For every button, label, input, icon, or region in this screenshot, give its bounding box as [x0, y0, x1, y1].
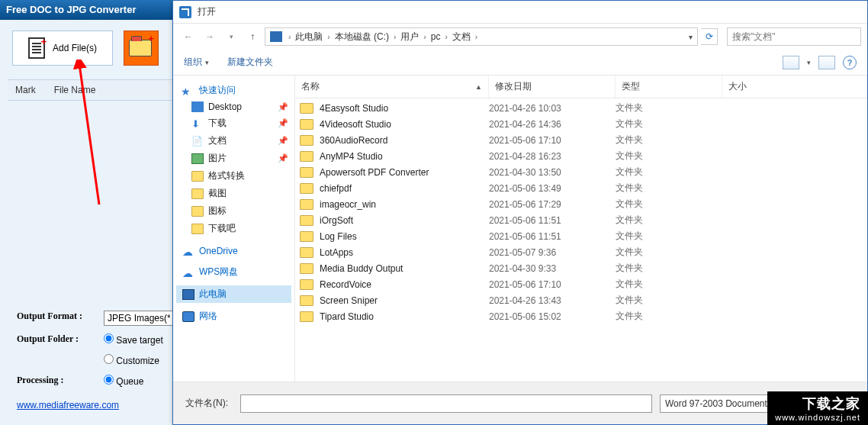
filename-input[interactable]: [240, 394, 652, 413]
folder-icon: [300, 263, 313, 274]
view-options-button[interactable]: [783, 56, 799, 69]
customize-radio[interactable]: Customize: [104, 356, 159, 366]
sort-asc-icon: ▲: [475, 83, 482, 91]
tree-network[interactable]: 网络: [176, 307, 291, 325]
breadcrumb[interactable]: › 此电脑› 本地磁盘 (C:)› 用户› pc› 文档› ▾: [265, 27, 698, 46]
folder-icon: [129, 40, 152, 56]
file-list-header[interactable]: 名称▲ 修改日期 类型 大小: [295, 76, 867, 98]
file-row[interactable]: Log Files2021-05-06 11:51文件夹: [295, 228, 867, 244]
tree-pictures[interactable]: 图片📌: [176, 150, 291, 167]
file-row[interactable]: Apowersoft PDF Converter2021-04-30 13:50…: [295, 164, 867, 180]
file-row[interactable]: imageocr_win2021-05-06 17:29文件夹: [295, 196, 867, 212]
tree-downloads[interactable]: 下载📌: [176, 114, 291, 132]
file-row[interactable]: 4Easysoft Studio2021-04-26 10:03文件夹: [295, 100, 867, 116]
folder-icon: [300, 215, 313, 226]
tree-this-pc[interactable]: 此电脑: [176, 285, 291, 303]
folder-tree[interactable]: 快速访问 Desktop📌 下载📌 文档📌 图片📌 格式转换 截图 图标 下载吧…: [173, 76, 295, 382]
help-button[interactable]: ?: [843, 56, 857, 69]
folder-icon: [300, 183, 313, 194]
save-target-radio[interactable]: Save target: [104, 335, 163, 346]
file-row[interactable]: Tipard Studio2021-05-06 15:02文件夹: [295, 308, 867, 324]
file-row[interactable]: Screen Sniper2021-04-26 13:43文件夹: [295, 292, 867, 308]
tree-folder[interactable]: 格式转换: [176, 167, 291, 185]
search-input[interactable]: [727, 27, 861, 46]
path-dropdown-icon[interactable]: ▾: [689, 33, 693, 41]
new-folder-button[interactable]: 新建文件夹: [227, 56, 273, 69]
tree-wps[interactable]: WPS网盘: [176, 263, 291, 281]
folder-icon: [300, 151, 313, 162]
tree-documents[interactable]: 文档📌: [176, 132, 291, 150]
preview-pane-button[interactable]: [818, 56, 835, 69]
nav-up-button[interactable]: ↑: [243, 27, 262, 46]
nav-back-button[interactable]: ←: [179, 27, 198, 46]
queue-radio[interactable]: Queue: [104, 376, 143, 387]
vendor-link[interactable]: www.mediafreeware.com: [17, 400, 119, 411]
file-row[interactable]: 4Videosoft Studio2021-04-26 14:36文件夹: [295, 116, 867, 132]
refresh-button[interactable]: ⟳: [701, 28, 718, 45]
folder-icon: [300, 311, 313, 322]
folder-icon: [300, 247, 313, 258]
dialog-titlebar: 打开: [173, 1, 867, 24]
file-row[interactable]: iOrgSoft2021-05-06 11:51文件夹: [295, 212, 867, 228]
file-row[interactable]: chiefpdf2021-05-06 13:49文件夹: [295, 180, 867, 196]
folder-icon: [300, 167, 313, 178]
tree-desktop[interactable]: Desktop📌: [176, 99, 291, 114]
tree-quick-access[interactable]: 快速访问: [176, 82, 291, 99]
folder-icon: [300, 103, 313, 114]
file-row[interactable]: LotApps2021-05-07 9:36文件夹: [295, 244, 867, 260]
nav-recent-button[interactable]: ▾: [222, 27, 240, 46]
output-format-select[interactable]: [104, 311, 174, 326]
file-row[interactable]: RecordVoice2021-05-06 17:10文件夹: [295, 276, 867, 292]
add-folder-button[interactable]: [124, 31, 159, 66]
tree-folder[interactable]: 截图: [176, 185, 291, 202]
nav-forward-button[interactable]: →: [201, 27, 219, 46]
file-list[interactable]: 4Easysoft Studio2021-04-26 10:03文件夹4Vide…: [295, 98, 867, 382]
folder-icon: [300, 135, 313, 146]
file-open-dialog: 打开 ← → ▾ ↑ › 此电脑› 本地磁盘 (C:)› 用户› pc› 文档›…: [172, 0, 868, 425]
folder-icon: [300, 295, 313, 306]
folder-icon: [300, 279, 313, 290]
processing-label: Processing :: [12, 372, 98, 391]
add-files-button[interactable]: + Add File(s): [12, 31, 113, 66]
file-row[interactable]: 360AudioRecord2021-05-06 17:10文件夹: [295, 132, 867, 148]
organize-menu[interactable]: 组织▾: [184, 56, 209, 69]
tree-folder[interactable]: 图标: [176, 202, 291, 220]
tree-folder[interactable]: 下载吧: [176, 220, 291, 237]
watermark: 下载之家 www.windowszj.net: [767, 391, 868, 425]
file-row[interactable]: AnyMP4 Studio2021-04-28 16:23文件夹: [295, 148, 867, 164]
file-row[interactable]: Media Buddy Output2021-04-30 9:33文件夹: [295, 260, 867, 276]
document-icon: +: [28, 37, 45, 59]
folder-icon: [300, 199, 313, 210]
output-folder-label: Output Folder :: [12, 330, 98, 349]
folder-icon: [300, 119, 313, 130]
dialog-icon: [179, 6, 191, 18]
tree-onedrive[interactable]: OneDrive: [176, 243, 291, 259]
pc-icon: [270, 31, 282, 42]
output-format-label: Output Format :: [12, 307, 98, 329]
filename-label: 文件名(N):: [185, 397, 233, 410]
folder-icon: [300, 231, 313, 242]
